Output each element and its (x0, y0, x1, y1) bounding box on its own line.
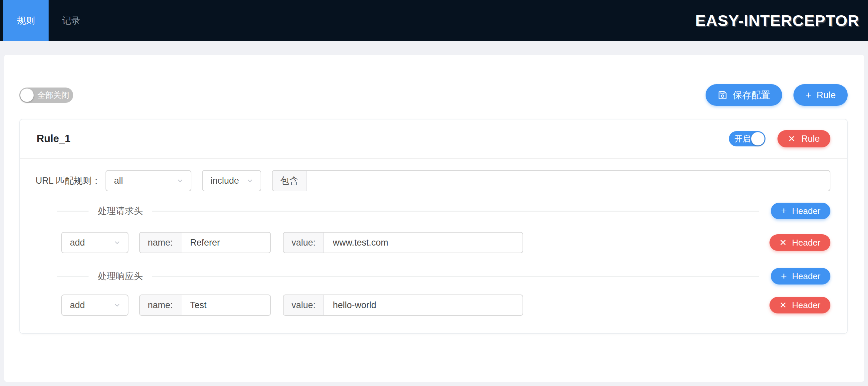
plus-icon: + (781, 271, 787, 281)
url-mode-select[interactable]: include (202, 170, 261, 191)
close-icon: ✕ (779, 238, 787, 247)
request-header-action-value: add (70, 237, 108, 248)
rule-card-header: Rule_1 开启 ✕ Rule (20, 120, 847, 159)
switch-knob (20, 89, 34, 102)
delete-response-header-button[interactable]: ✕ Header (770, 297, 830, 314)
chevron-down-icon (113, 238, 121, 247)
add-request-header-button-label: Header (792, 206, 820, 216)
response-header-action-select[interactable]: add (61, 294, 128, 316)
top-navbar: 规则 记录 EASY-INTERCEPTOR (0, 0, 868, 41)
request-header-name-input[interactable] (181, 233, 270, 253)
close-icon: ✕ (788, 134, 796, 143)
response-header-value-input[interactable] (324, 295, 523, 315)
add-request-header-button[interactable]: + Header (771, 203, 830, 219)
save-config-button[interactable]: 保存配置 (706, 84, 782, 106)
url-scope-select-value: all (114, 176, 172, 186)
tab-records[interactable]: 记录 (49, 0, 94, 41)
value-prefix-label: value: (284, 295, 324, 315)
save-icon (718, 90, 727, 100)
url-pattern-input[interactable] (307, 171, 830, 191)
request-header-value-group: value: (283, 232, 523, 253)
request-header-name-group: name: (139, 232, 271, 253)
tab-rules[interactable]: 规则 (3, 0, 49, 41)
name-prefix-label: name: (140, 233, 181, 253)
chevron-down-icon (176, 177, 184, 185)
add-rule-button-label: Rule (816, 90, 836, 100)
save-config-button-label: 保存配置 (733, 89, 770, 101)
response-headers-section-row: 处理响应头 + Header (57, 267, 830, 286)
tab-rules-label: 规则 (17, 14, 35, 27)
delete-request-header-button-label: Header (792, 237, 820, 248)
toolbar-actions: 保存配置 + Rule (706, 84, 848, 106)
divider-line (152, 276, 759, 277)
url-match-label: URL 匹配规则： (36, 175, 101, 187)
main-panel: 全部关闭 保存配置 + Rule (4, 55, 864, 382)
url-match-row: URL 匹配规则： all include 包含 (36, 170, 830, 192)
close-icon: ✕ (779, 301, 787, 310)
global-disable-switch[interactable]: 全部关闭 (19, 88, 73, 103)
rule-card: Rule_1 开启 ✕ Rule URL 匹配规则： (19, 119, 848, 334)
request-headers-section-row: 处理请求头 + Header (57, 202, 830, 220)
response-header-name-input[interactable] (181, 295, 270, 315)
divider-line (57, 211, 89, 212)
app-title: EASY-INTERCEPTOR (695, 0, 868, 41)
request-headers-divider: 处理请求头 (57, 205, 759, 217)
value-prefix-label: value: (284, 233, 324, 253)
rule-header-actions: 开启 ✕ Rule (729, 130, 830, 148)
delete-request-header-button[interactable]: ✕ Header (770, 234, 830, 251)
url-mode-select-value: include (211, 176, 241, 186)
url-pattern-group: 包含 (272, 170, 830, 191)
rule-card-body: URL 匹配规则： all include 包含 (20, 159, 847, 316)
rule-enabled-switch[interactable]: 开启 (729, 131, 766, 147)
response-header-name-group: name: (139, 294, 271, 316)
delete-rule-button-label: Rule (801, 134, 820, 144)
request-headers-title: 处理请求头 (98, 205, 143, 217)
delete-rule-button[interactable]: ✕ Rule (777, 130, 830, 148)
add-rule-button[interactable]: + Rule (794, 84, 848, 106)
response-header-value-group: value: (283, 294, 523, 316)
global-disable-switch-label: 全部关闭 (37, 90, 69, 100)
name-prefix-label: name: (140, 295, 181, 315)
request-header-row: add name: value: ✕ (61, 232, 830, 254)
tab-records-label: 记录 (62, 14, 80, 27)
divider-line (57, 276, 89, 277)
panel-toolbar: 全部关闭 保存配置 + Rule (19, 84, 848, 106)
rule-enabled-switch-label: 开启 (735, 133, 750, 144)
plus-icon: + (805, 90, 811, 100)
page: 全部关闭 保存配置 + Rule (0, 41, 868, 382)
response-header-row: add name: value: ✕ (61, 294, 830, 316)
rule-title: Rule_1 (37, 133, 70, 145)
request-header-action-select[interactable]: add (61, 232, 128, 253)
divider-line (152, 211, 759, 212)
request-header-value-input[interactable] (324, 233, 523, 253)
add-response-header-button[interactable]: + Header (771, 268, 830, 285)
response-headers-title: 处理响应头 (98, 270, 143, 282)
chevron-down-icon (246, 177, 254, 185)
chevron-down-icon (113, 301, 121, 309)
url-pattern-prefix: 包含 (273, 171, 307, 191)
delete-response-header-button-label: Header (792, 300, 820, 311)
url-scope-select[interactable]: all (105, 170, 191, 191)
add-response-header-button-label: Header (792, 271, 820, 282)
response-header-action-value: add (70, 300, 108, 311)
switch-knob (751, 132, 765, 146)
plus-icon: + (781, 206, 787, 216)
response-headers-divider: 处理响应头 (57, 270, 759, 282)
